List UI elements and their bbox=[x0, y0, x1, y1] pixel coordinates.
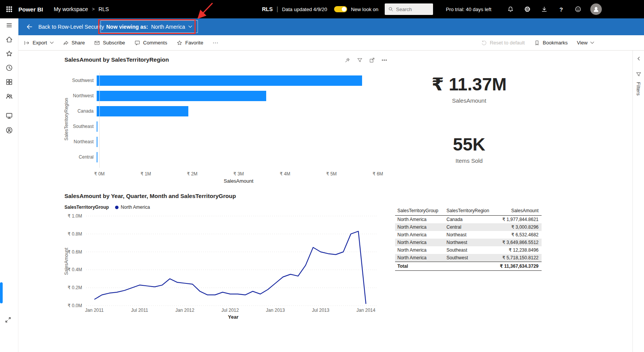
bar-segment[interactable] bbox=[97, 91, 266, 101]
breadcrumb-workspace[interactable]: My workspace bbox=[54, 6, 88, 12]
bar-x-tick: ₹ 3M bbox=[233, 171, 244, 177]
line-y-ticks: ₹ 1.0M₹ 0.8M₹ 0.6M₹ 0.4M₹ 0.2M₹ 0.0M bbox=[57, 213, 82, 309]
table-row[interactable]: North AmericaSouthwest₹ 5,718,150.8122 bbox=[395, 254, 542, 262]
bar-category-label: Southeast bbox=[64, 124, 97, 129]
export-button[interactable]: Export bbox=[24, 40, 54, 46]
bar-track bbox=[97, 137, 380, 147]
share-button[interactable]: Share bbox=[63, 40, 85, 46]
report-toolbar: Export Share Subscribe Comments Favorite… bbox=[18, 35, 644, 51]
feedback-smiley-icon[interactable] bbox=[570, 0, 586, 18]
share-icon bbox=[63, 40, 69, 46]
table-cell: North America bbox=[395, 254, 444, 262]
bar-segment[interactable] bbox=[97, 137, 97, 147]
table-header-cell[interactable]: SalesTerritoryGroup bbox=[395, 206, 444, 216]
notifications-bell-icon[interactable] bbox=[502, 0, 519, 18]
more-options-icon[interactable] bbox=[381, 57, 387, 63]
nav-menu-icon[interactable] bbox=[5, 21, 14, 30]
line-x-tick: Jan 2014 bbox=[356, 308, 375, 313]
table-total-cell: ₹ 11,367,634.3729 bbox=[494, 262, 542, 271]
bar-x-tick: ₹ 0M bbox=[94, 171, 105, 177]
nav-favorites-star-icon[interactable] bbox=[5, 49, 14, 58]
top-app-bar: Power BI My workspace > RLS RLS | Data u… bbox=[0, 0, 644, 18]
expand-filters-chevron-icon[interactable] bbox=[636, 56, 641, 61]
bar-segment[interactable] bbox=[97, 121, 97, 132]
filters-funnel-icon[interactable] bbox=[636, 71, 642, 77]
table-total-cell bbox=[444, 262, 494, 271]
bar-segment[interactable] bbox=[97, 152, 97, 162]
help-icon[interactable]: ? bbox=[553, 0, 570, 18]
powerbi-brand[interactable]: Power BI bbox=[18, 6, 43, 13]
table-cell: ₹ 6,532.4682 bbox=[494, 231, 542, 239]
table-cell: North America bbox=[395, 216, 444, 224]
legend-title: SalesTerritoryGroup bbox=[64, 205, 109, 210]
view-button[interactable]: View bbox=[577, 40, 594, 46]
nav-scroll-indicator[interactable] bbox=[0, 282, 3, 303]
breadcrumb-chevron-icon: > bbox=[92, 7, 95, 12]
reset-to-default-button[interactable]: Reset to default bbox=[481, 40, 525, 46]
view-label: View bbox=[577, 40, 588, 46]
nav-workspaces-icon[interactable] bbox=[5, 111, 14, 120]
subscribe-button[interactable]: Subscribe bbox=[94, 40, 125, 46]
table-cell: Northeast bbox=[444, 231, 494, 239]
bar-segment[interactable] bbox=[97, 106, 188, 116]
filter-funnel-icon[interactable] bbox=[357, 57, 363, 63]
line-chart-x-axis-title: Year bbox=[228, 314, 238, 320]
table-cell: ₹ 12,238.8496 bbox=[494, 246, 542, 254]
bar-row: Southwest bbox=[64, 73, 380, 88]
legend-item[interactable]: North America bbox=[115, 205, 150, 210]
viewing-as-label: Now viewing as: bbox=[106, 24, 148, 30]
table-header-cell[interactable]: SalesAmount bbox=[494, 206, 542, 216]
line-plot-svg[interactable] bbox=[86, 215, 378, 306]
bar-segment[interactable] bbox=[97, 75, 362, 86]
bar-category-label: Canada bbox=[64, 108, 97, 114]
nav-my-workspace-icon[interactable] bbox=[5, 126, 14, 135]
export-label: Export bbox=[33, 40, 47, 46]
pro-trial-text[interactable]: Pro trial: 40 days left bbox=[446, 7, 492, 12]
nav-recent-clock-icon[interactable] bbox=[5, 63, 14, 72]
line-series[interactable] bbox=[94, 231, 366, 304]
topbar-center-group: RLS | Data updated 4/9/20 New look on bbox=[262, 3, 433, 15]
table-cell: Northwest bbox=[444, 239, 494, 246]
nav-home-icon[interactable] bbox=[5, 35, 14, 44]
items-sold-card: 55K Items Sold bbox=[399, 134, 539, 164]
table-total-cell: Total bbox=[395, 262, 444, 271]
subscribe-label: Subscribe bbox=[103, 40, 125, 46]
settings-gear-icon[interactable] bbox=[519, 0, 536, 18]
favorite-button[interactable]: Favorite bbox=[176, 40, 203, 46]
more-options-icon[interactable]: ⋯ bbox=[212, 39, 219, 46]
user-avatar[interactable] bbox=[590, 3, 602, 15]
table-total-row: Total₹ 11,367,634.3729 bbox=[395, 262, 542, 271]
back-button[interactable]: Back to Row-Level Security bbox=[26, 18, 104, 35]
search-input[interactable] bbox=[396, 7, 428, 12]
bookmarks-button[interactable]: Bookmarks bbox=[534, 40, 568, 46]
comments-button[interactable]: Comments bbox=[134, 40, 167, 46]
new-look-toggle[interactable] bbox=[334, 6, 347, 12]
table-row[interactable]: North AmericaNortheast₹ 6,532.4682 bbox=[395, 231, 542, 239]
table-row[interactable]: North AmericaCanada₹ 1,977,844.8621 bbox=[395, 216, 542, 224]
filters-pane-collapsed: Filters bbox=[632, 51, 644, 352]
table-row[interactable]: North AmericaSoutheast₹ 12,238.8496 bbox=[395, 246, 542, 254]
expand-fullscreen-icon[interactable] bbox=[5, 316, 12, 323]
line-x-tick: Jul 2013 bbox=[312, 308, 329, 313]
line-x-tick: Jul 2011 bbox=[131, 308, 148, 313]
table-row[interactable]: North AmericaNorthwest₹ 3,649,866.5512 bbox=[395, 239, 542, 246]
search-box[interactable] bbox=[385, 3, 433, 15]
table-cell: ₹ 3,000.8296 bbox=[494, 223, 542, 231]
focus-mode-icon[interactable] bbox=[369, 57, 375, 63]
breadcrumb-report[interactable]: RLS bbox=[99, 6, 109, 12]
line-y-tick: ₹ 0.2M bbox=[57, 285, 82, 290]
pin-icon[interactable] bbox=[344, 57, 351, 63]
now-viewing-as-dropdown[interactable]: Now viewing as: North America bbox=[100, 20, 198, 33]
table-body: North AmericaCanada₹ 1,977,844.8621North… bbox=[395, 216, 542, 262]
sales-table: SalesTerritoryGroupSalesTerritoryRegionS… bbox=[395, 206, 542, 271]
table-cell: North America bbox=[395, 239, 444, 246]
table-header-cell[interactable]: SalesTerritoryRegion bbox=[444, 206, 494, 216]
bar-row: Southeast bbox=[64, 119, 380, 134]
bar-x-tick: ₹ 1M bbox=[140, 171, 151, 177]
nav-apps-grid-icon[interactable] bbox=[5, 77, 14, 87]
download-icon[interactable] bbox=[536, 0, 553, 18]
nav-shared-with-me-icon[interactable] bbox=[5, 92, 14, 101]
filters-pane-title[interactable]: Filters bbox=[636, 82, 641, 95]
waffle-menu-icon[interactable] bbox=[0, 0, 18, 18]
table-row[interactable]: North AmericaCentral₹ 3,000.8296 bbox=[395, 223, 542, 231]
